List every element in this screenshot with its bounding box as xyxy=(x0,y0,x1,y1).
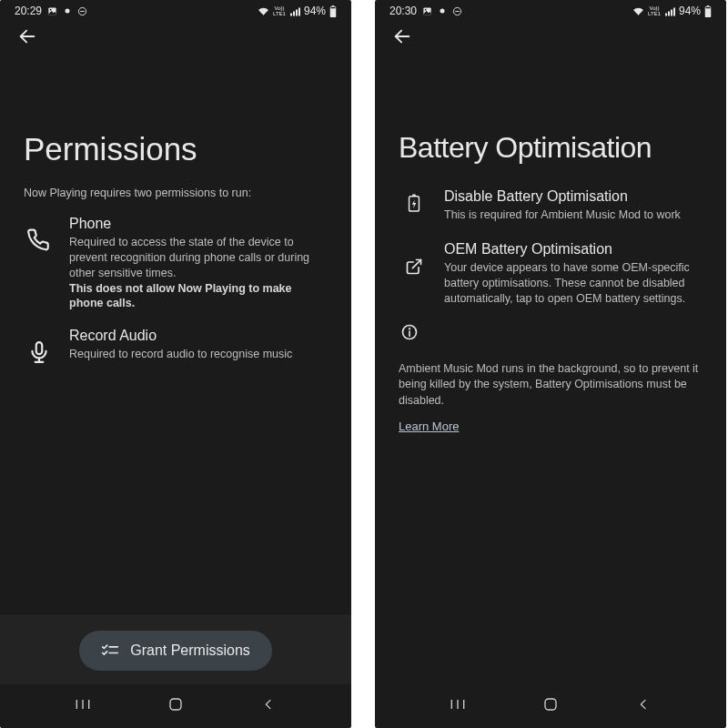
home-icon xyxy=(542,696,559,716)
status-bar: 20:30 Vo))LTE1 94% xyxy=(375,0,726,20)
battery-charge-icon xyxy=(408,194,420,216)
volte-indicator-icon: Vo))LTE1 xyxy=(648,5,661,16)
dot-icon xyxy=(63,6,72,15)
setting-item-disable-battery-optimisation[interactable]: Disable Battery Optimisation This is req… xyxy=(399,188,703,223)
nav-recents-button[interactable] xyxy=(430,693,485,720)
status-time: 20:30 xyxy=(389,5,417,17)
signal-icon xyxy=(664,6,675,16)
home-icon xyxy=(167,696,184,716)
grant-permissions-label: Grant Permissions xyxy=(130,642,250,659)
svg-rect-25 xyxy=(705,6,710,7)
mic-icon xyxy=(27,340,51,368)
system-nav-bar xyxy=(0,684,351,728)
svg-point-19 xyxy=(425,8,427,10)
setting-item-oem-battery-optimisation[interactable]: OEM Battery Optimisation Your device app… xyxy=(399,241,703,307)
svg-marker-29 xyxy=(412,199,417,208)
checklist-icon xyxy=(101,642,119,660)
dnd-icon xyxy=(452,6,462,16)
phone-icon xyxy=(27,228,51,256)
permission-body: Required to record audio to recognise mu… xyxy=(69,347,328,362)
nav-back-button[interactable] xyxy=(241,693,296,720)
svg-rect-24 xyxy=(707,5,710,6)
setting-title: OEM Battery Optimisation xyxy=(444,241,703,258)
svg-point-33 xyxy=(410,328,410,329)
svg-point-2 xyxy=(66,9,70,14)
info-row xyxy=(399,323,703,345)
learn-more-link[interactable]: Learn More xyxy=(399,420,459,433)
svg-rect-6 xyxy=(332,5,335,6)
intro-text: Now Playing requires two permissions to … xyxy=(24,186,328,201)
permission-item-record-audio: Record Audio Required to record audio to… xyxy=(24,328,328,368)
svg-point-1 xyxy=(50,8,52,10)
dnd-icon xyxy=(77,6,87,16)
grant-permissions-button[interactable]: Grant Permissions xyxy=(79,631,272,671)
setting-body: This is required for Ambient Music Mod t… xyxy=(444,207,703,223)
back-button[interactable] xyxy=(388,24,417,53)
chevron-left-icon xyxy=(261,697,276,715)
wifi-icon xyxy=(632,6,644,16)
status-battery-text: 94% xyxy=(304,5,326,17)
image-indicator-icon xyxy=(47,6,57,16)
nav-home-button[interactable] xyxy=(523,693,578,720)
app-bar xyxy=(375,20,726,56)
back-button[interactable] xyxy=(13,24,42,53)
svg-rect-9 xyxy=(36,342,43,354)
nav-home-button[interactable] xyxy=(148,693,203,720)
page-title: Permissions xyxy=(24,131,328,167)
signal-icon xyxy=(289,6,300,16)
permission-title: Phone xyxy=(69,216,328,232)
page-title: Battery Optimisation xyxy=(399,131,703,165)
svg-rect-7 xyxy=(330,6,335,7)
nav-recents-button[interactable] xyxy=(56,693,110,720)
arrow-back-icon xyxy=(392,26,412,50)
status-battery-text: 94% xyxy=(679,5,701,17)
setting-body: Your device appears to have some OEM-spe… xyxy=(444,260,703,307)
recents-icon xyxy=(449,697,467,715)
svg-rect-28 xyxy=(412,194,416,196)
svg-line-30 xyxy=(412,259,420,268)
recents-icon xyxy=(74,697,92,715)
chevron-left-icon xyxy=(636,697,651,715)
app-bar xyxy=(0,20,351,56)
screen-permissions: 20:29 Vo))LTE1 94% xyxy=(0,0,351,728)
permission-body: Required to access the state of the devi… xyxy=(69,235,328,311)
screen-battery-optimisation: 20:30 Vo))LTE1 94% xyxy=(375,0,726,728)
system-nav-bar xyxy=(375,684,726,728)
svg-rect-37 xyxy=(545,699,556,710)
svg-point-20 xyxy=(440,9,445,14)
nav-back-button[interactable] xyxy=(616,693,671,720)
svg-rect-17 xyxy=(170,699,181,710)
battery-icon xyxy=(329,5,337,17)
status-bar: 20:29 Vo))LTE1 94% xyxy=(0,0,351,20)
volte-indicator-icon: Vo))LTE1 xyxy=(273,5,286,16)
wifi-icon xyxy=(258,6,269,16)
dot-icon xyxy=(438,6,447,15)
action-dock: Grant Permissions xyxy=(0,615,351,684)
permission-item-phone: Phone Required to access the state of th… xyxy=(24,216,328,311)
setting-title: Disable Battery Optimisation xyxy=(444,188,703,205)
status-time: 20:29 xyxy=(15,5,42,17)
info-icon xyxy=(400,323,419,345)
permission-title: Record Audio xyxy=(69,328,328,344)
battery-icon xyxy=(704,5,712,17)
info-body: Ambient Music Mod runs in the background… xyxy=(399,361,703,410)
image-indicator-icon xyxy=(422,6,432,16)
open-external-icon xyxy=(405,258,423,279)
arrow-back-icon xyxy=(17,26,37,50)
